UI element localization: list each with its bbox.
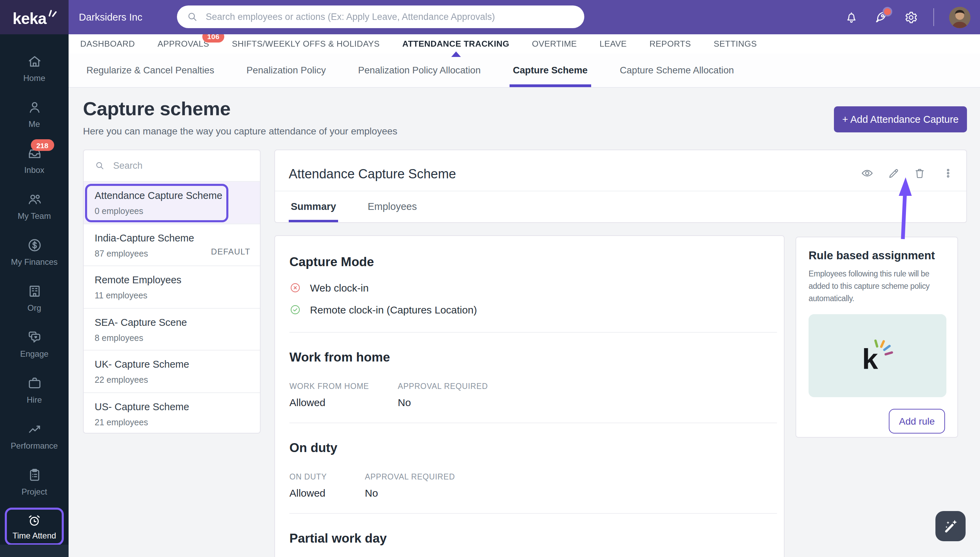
active-tab-indicator — [451, 51, 460, 57]
subtab-capture-scheme-allocation[interactable]: Capture Scheme Allocation — [616, 53, 738, 87]
scheme-list-item-india-capture-scheme[interactable]: India-Capture Scheme 87 employees DEFAUL… — [84, 223, 260, 265]
attendance-subnav: Regularize & Cancel Penalties Penalizati… — [68, 53, 980, 88]
subtab-regularize-cancel-penalties[interactable]: Regularize & Cancel Penalties — [83, 53, 218, 87]
user-icon — [26, 99, 42, 115]
home-icon — [26, 54, 42, 69]
rule-button-row: Add rule — [809, 409, 945, 434]
scheme-search-input[interactable] — [112, 160, 249, 171]
rule-based-assignment-panel: Rule based assignment Employees followin… — [796, 237, 958, 438]
subtab-penalization-policy[interactable]: Penalization Policy — [243, 53, 330, 87]
scheme-list-item-uk-capture-scheme[interactable]: UK- Capture Scheme 22 employees — [84, 350, 260, 392]
performance-trend-icon — [26, 421, 42, 437]
scheme-list-item-sea-capture-scene[interactable]: SEA- Capture Scene 8 employees — [84, 308, 260, 350]
capture-mode-web-clock-in: Web clock-in — [275, 282, 784, 293]
notifications-bell-icon[interactable] — [844, 10, 859, 24]
scheme-actions — [861, 167, 954, 180]
tab-overtime[interactable]: OVERTIME — [532, 39, 577, 49]
capture-mode-remote-clock-in: Remote clock-in (Captures Location) — [275, 304, 784, 316]
tab-dashboard[interactable]: DASHBOARD — [80, 39, 135, 49]
on-duty-heading: On duty — [275, 440, 784, 456]
time-attend-clock-icon — [27, 513, 42, 528]
sidebar-item-inbox[interactable]: 218 Inbox — [0, 137, 68, 183]
topbar-divider — [933, 8, 934, 26]
field-work-from-home: WORK FROM HOME Allowed — [289, 382, 398, 408]
capture-mode-heading: Capture Mode — [275, 254, 784, 270]
tab-leave[interactable]: LEAVE — [600, 39, 626, 49]
page-title: Capture scheme — [83, 98, 231, 120]
whats-new-rocket-icon[interactable] — [874, 10, 889, 25]
tab-summary[interactable]: Summary — [289, 191, 338, 222]
tab-shifts-weekly-offs-holidays[interactable]: SHIFTS/WEEKLY OFFS & HOLIDAYS — [232, 39, 380, 49]
sidebar: Home Me 218 Inbox My Team My Finances Or… — [0, 34, 68, 557]
finances-dollar-icon — [26, 237, 42, 253]
keka-logo[interactable]: keka — [0, 0, 68, 34]
search-icon — [95, 161, 105, 171]
subtab-capture-scheme[interactable]: Capture Scheme — [510, 53, 591, 87]
scheme-list-item-remote-employees[interactable]: Remote Employees 11 employees — [84, 265, 260, 308]
partial-work-day-heading: Partial work day — [275, 531, 784, 546]
search-icon — [187, 11, 198, 23]
tab-approvals[interactable]: APPROVALS106 — [158, 39, 209, 49]
preview-eye-icon[interactable] — [861, 167, 874, 180]
sidebar-item-home[interactable]: Home — [0, 45, 68, 91]
add-rule-button[interactable]: Add rule — [889, 409, 945, 434]
enabled-circle-check-icon — [289, 304, 301, 316]
subtab-penalization-policy-allocation[interactable]: Penalization Policy Allocation — [354, 53, 484, 87]
delete-trash-icon[interactable] — [913, 167, 926, 179]
tab-settings[interactable]: SETTINGS — [713, 39, 757, 49]
section-divider — [289, 332, 777, 333]
field-on-duty: ON DUTY Allowed — [289, 472, 365, 499]
rocket-notification-dot — [882, 7, 892, 16]
on-duty-fields: ON DUTY Allowed APPROVAL REQUIRED No — [275, 472, 784, 499]
topbar-actions — [844, 0, 970, 34]
rule-panel-description: Employees following this rule will be ad… — [809, 268, 947, 305]
section-divider — [289, 513, 777, 514]
org-building-icon — [26, 283, 42, 299]
scheme-list-item-us-capture-scheme[interactable]: US- Capture Scheme 21 employees — [84, 392, 260, 434]
avatar-image — [949, 7, 970, 28]
tab-attendance-tracking[interactable]: ATTENDANCE TRACKING — [402, 39, 509, 49]
scheme-list-panel: Attendance Capture Scheme 0 employees In… — [83, 150, 261, 433]
sidebar-item-performance[interactable]: Performance — [0, 413, 68, 459]
page-subtitle: Here you can manage the way you capture … — [83, 125, 397, 137]
field-on-duty-approval-required: APPROVAL REQUIRED No — [365, 472, 455, 499]
magic-wand-icon — [942, 517, 959, 535]
work-from-home-heading: Work from home — [275, 350, 784, 365]
add-attendance-capture-button[interactable]: + Add Attendance Capture — [834, 106, 967, 132]
sidebar-item-my-team[interactable]: My Team — [0, 183, 68, 229]
sidebar-item-hire[interactable]: Hire — [0, 367, 68, 413]
tab-employees[interactable]: Employees — [366, 191, 419, 222]
scheme-detail-title: Attendance Capture Scheme — [289, 167, 456, 182]
more-kebab-icon[interactable] — [942, 168, 954, 179]
settings-gear-icon[interactable] — [904, 10, 918, 24]
sidebar-bottom-strip — [0, 545, 68, 557]
edit-pencil-icon[interactable] — [887, 167, 900, 179]
app-root: keka Darksiders Inc DASHBOAR — [0, 0, 980, 557]
sidebar-item-my-finances[interactable]: My Finances — [0, 229, 68, 275]
topbar: keka Darksiders Inc — [0, 0, 980, 34]
scheme-search[interactable] — [84, 150, 260, 181]
keka-k-icon: k — [856, 337, 899, 375]
assistant-wand-button[interactable] — [935, 511, 965, 541]
scheme-detail-header: Attendance Capture Scheme Summary Employ… — [274, 150, 967, 223]
disabled-circle-x-icon — [289, 282, 301, 293]
section-divider — [289, 423, 777, 423]
sidebar-item-engage[interactable]: Engage — [0, 321, 68, 367]
keka-mark-illustration: k — [809, 314, 946, 397]
tab-reports[interactable]: REPORTS — [650, 39, 691, 49]
sidebar-item-project[interactable]: Project — [0, 459, 68, 505]
field-wfh-approval-required: APPROVAL REQUIRED No — [398, 382, 488, 408]
user-avatar[interactable] — [949, 7, 970, 28]
scheme-list-item-attendance-capture-scheme[interactable]: Attendance Capture Scheme 0 employees — [84, 181, 260, 223]
sidebar-item-org[interactable]: Org — [0, 275, 68, 321]
rule-panel-heading: Rule based assignment — [809, 249, 945, 262]
keka-logo-text: keka — [13, 9, 46, 28]
inbox-count-badge: 218 — [31, 139, 54, 151]
sidebar-item-time-attend[interactable]: Time Attend — [5, 508, 64, 546]
sidebar-item-me[interactable]: Me — [0, 91, 68, 137]
hire-briefcase-icon — [26, 375, 42, 391]
global-search[interactable] — [177, 5, 584, 28]
company-name: Darksiders Inc — [79, 0, 142, 34]
global-search-input[interactable] — [204, 11, 575, 23]
module-nav: DASHBOARD APPROVALS106 SHIFTS/WEEKLY OFF… — [68, 34, 980, 53]
